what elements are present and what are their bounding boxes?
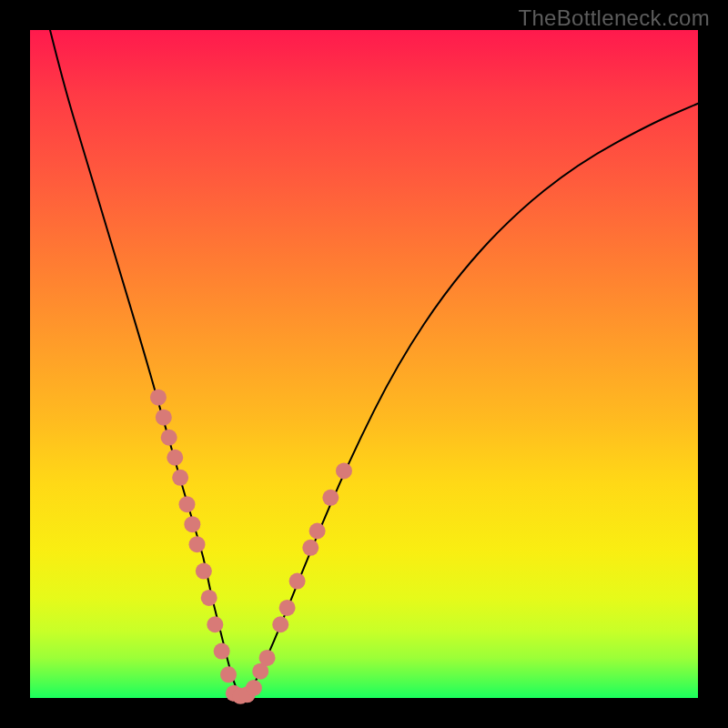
watermark-text: TheBottleneck.com <box>518 5 710 31</box>
data-marker <box>207 616 223 632</box>
bottleneck-curve <box>50 30 698 696</box>
chart-svg <box>30 30 698 698</box>
data-marker <box>172 470 188 486</box>
data-marker <box>309 523 326 540</box>
chart-frame: TheBottleneck.com <box>0 0 728 728</box>
plot-area <box>30 30 698 698</box>
data-marker <box>150 389 167 406</box>
data-marker <box>259 650 276 666</box>
data-marker <box>214 643 230 660</box>
data-marker <box>201 590 217 606</box>
data-marker <box>178 496 195 512</box>
data-marker <box>336 462 352 479</box>
data-marker <box>322 490 339 506</box>
data-marker <box>220 666 237 682</box>
data-marker <box>156 410 172 426</box>
marker-layer <box>150 389 352 704</box>
data-marker <box>196 563 212 580</box>
curve-layer <box>50 30 698 696</box>
data-marker <box>189 536 206 552</box>
data-marker <box>289 573 306 590</box>
data-marker <box>272 616 288 632</box>
data-marker <box>279 600 296 616</box>
data-marker <box>161 430 177 446</box>
data-marker <box>302 540 318 556</box>
data-marker <box>167 450 183 466</box>
data-marker <box>184 516 200 532</box>
data-marker <box>246 680 262 696</box>
